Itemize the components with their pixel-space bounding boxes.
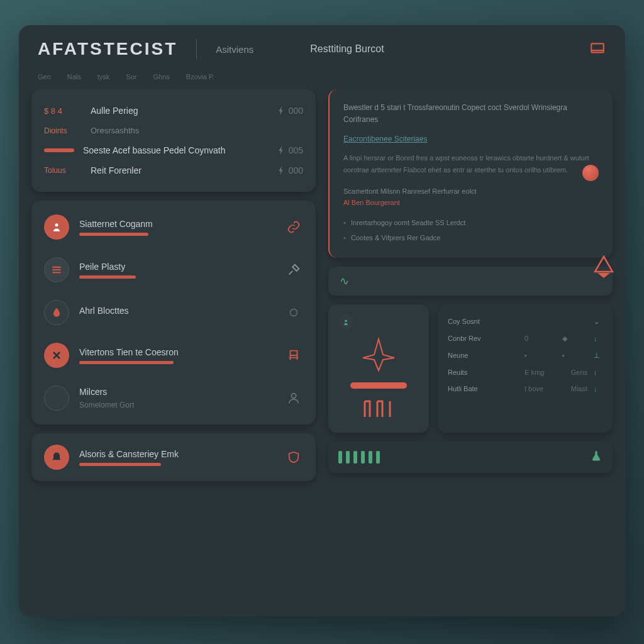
bottom-feature-card[interactable]: Alsoris & Cansteriey Emk [31,433,316,481]
grid-cell: E kmg [525,369,556,376]
features-card: Siatternet Coganm Peile Plasty Ahrl Bloc… [31,201,316,425]
tab-ghns[interactable]: Ghns [153,73,170,80]
feature-item[interactable]: Vitertons Tien te Coesron [43,334,304,377]
feature-title: Vitertons Tien te Coesron [79,347,274,357]
panel-section: Scamettont Milsnn Ranresef Rerfurrar eol… [343,187,599,195]
arrow-icon: ↓ [594,369,602,376]
panel-list-item: Inrertarhogoy oomt Seadte SS Lerdct [343,215,599,230]
feature-title: Peile Plasty [79,262,274,272]
menu-icon [44,257,69,282]
tab-gen[interactable]: Gen [38,73,51,80]
grid-cell: Hutli Bate [448,385,518,392]
close-icon [44,343,69,368]
tab-tysk[interactable]: tysk [97,73,110,80]
arrow-icon: ↓ [594,335,602,342]
feature-item[interactable]: Peile Plasty [43,248,304,291]
feature-item[interactable]: Ahrl Blocttes [43,291,304,334]
left-column: $ 8 4 Aulle Perieg 000 Dioints Oresrsash… [31,89,316,604]
grid-row[interactable]: Reuits E kmg Gens ↓ [448,364,602,380]
data-grid: Coy Sosnt ⌄ Conbr Rev 0 ◆ ↓ Neune ▪ ▪ ⊥ [438,304,613,433]
main-content: $ 8 4 Aulle Perieg 000 Dioints Oresrsash… [19,89,625,616]
grid-header[interactable]: Coy Sosnt ⌄ [448,313,602,330]
progress-tick [353,451,357,464]
brand-title: AFATSTECIST [38,39,177,59]
drop-icon [44,300,69,325]
grid-row[interactable]: Neune ▪ ▪ ⊥ [448,347,602,364]
stat-label: Soeste Acef bassue Pedel Coynvath [83,145,269,155]
arrow-icon: ⊥ [594,352,602,360]
stat-lead: Toluus [44,166,82,175]
progress-strip [328,441,613,473]
feature-item[interactable]: Siatternet Coganm [43,206,304,248]
tab-sor[interactable]: Sor [126,73,136,80]
progress-tick [369,451,372,464]
wave-icon: ∿ [340,274,349,288]
bell-icon [44,445,69,470]
header-context: Resttiting Burcot [310,43,384,55]
grid-row[interactable]: Conbr Rev 0 ◆ ↓ [448,330,602,347]
svg-rect-0 [591,43,604,52]
grid-cell: ◆ [562,335,587,343]
monitor-icon[interactable] [589,40,606,58]
avatar-icon[interactable] [338,314,353,330]
progress-bar [79,275,136,279]
tabs-row: Gen Nals tysk Sor Ghns Bzovia P. [19,70,625,89]
panel-list-item: Cootes & Vifprers Rer Gadce [343,230,599,245]
right-column: Bwestler d 5 stari t Trossfareonutin Cop… [328,89,613,604]
feature-title: Milcers [79,387,274,397]
person-icon [44,214,69,240]
panel-title: Bwestler d 5 stari t Trossfareonutin Cop… [343,102,599,126]
grid-cell: ▪ [525,352,556,359]
tab-bzovia[interactable]: Bzovia P. [186,73,214,80]
svg-point-1 [55,223,58,226]
progress-tick [346,451,350,464]
stat-label: Reit Forenler [91,165,269,175]
stats-card: $ 8 4 Aulle Perieg 000 Dioints Oresrsash… [31,89,316,192]
stat-row: $ 8 4 Aulle Perieg 000 [44,101,303,121]
spike-chart-icon [357,336,401,376]
grid-cell: t bove [525,385,556,392]
link-icon [284,220,303,234]
user-icon [284,391,303,405]
chair-icon [284,348,303,362]
feature-title: Siatternet Coganm [79,219,274,229]
grid-cell: ▪ [562,352,587,359]
feature-item[interactable]: MilcersSomelomet Gort [43,377,304,419]
progress-bar [79,361,174,364]
stat-label: Oresrsashths [91,126,303,135]
chevron-down-icon: ⌄ [594,318,602,326]
circle-icon [284,306,303,319]
activity-strip[interactable]: ∿ [328,267,613,296]
svg-point-3 [291,394,296,398]
stat-row: Toluus Reit Forenler 000 [44,160,303,180]
progress-bar [79,233,148,236]
progress-bar [79,463,161,466]
panel-body: A linpi hersrar or Bonrd fres a wpst eun… [343,152,599,175]
progress-tick [361,451,365,464]
svg-point-4 [345,319,347,322]
stat-label: Aulle Perieg [91,106,269,116]
progress-tick [338,451,342,464]
flask-icon[interactable] [590,449,602,465]
arrow-icon: ↓ [594,385,602,392]
bottom-row: Coy Sosnt ⌄ Conbr Rev 0 ◆ ↓ Neune ▪ ▪ ⊥ [328,304,613,433]
stat-value: 005 [277,145,303,155]
stat-row: Dioints Oresrsashths [44,121,303,140]
tool-icon [284,263,303,277]
grid-cell: Miast [562,385,587,392]
stat-bar-icon [44,148,74,152]
stat-lead: Dioints [44,126,82,135]
feature-subtitle: Somelomet Gort [79,401,274,409]
grid-cell: 0 [525,335,556,342]
viz-card [328,304,429,433]
status-orb-icon [582,165,599,181]
info-panel: Bwestler d 5 stari t Trossfareonutin Cop… [328,89,613,258]
grid-head-label: Coy Sosnt [448,318,587,325]
tab-nals[interactable]: Nals [67,73,81,80]
svg-point-2 [291,309,297,316]
bars-icon [360,395,397,423]
panel-link[interactable]: Eacrontibenee Sciteriaes [343,135,599,143]
stat-lead: $ 8 4 [44,106,82,116]
grid-row[interactable]: Hutli Bate t bove Miast ↓ [448,380,602,397]
grid-cell: Reuits [448,369,518,376]
